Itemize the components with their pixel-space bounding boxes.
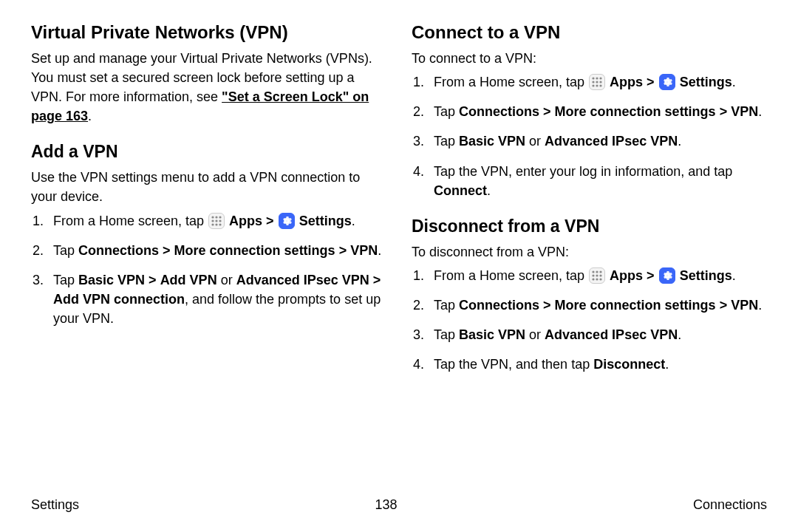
svg-point-5 [219, 219, 221, 222]
apps-icon [589, 267, 605, 284]
svg-point-17 [599, 85, 601, 87]
disconnect-intro: To disconnect from a VPN: [412, 242, 767, 262]
intro-tail: . [88, 109, 92, 123]
list-item: From a Home screen, tap Apps > Settings. [412, 72, 767, 92]
connect-steps: From a Home screen, tap Apps > Settings.… [412, 72, 767, 200]
svg-point-24 [592, 278, 594, 280]
settings-icon [659, 74, 675, 90]
svg-point-18 [592, 270, 594, 273]
svg-point-4 [215, 219, 217, 222]
chevron-icon: > [720, 298, 728, 313]
svg-point-16 [596, 85, 598, 87]
svg-point-10 [596, 78, 598, 80]
chevron-icon: > [543, 104, 551, 119]
settings-label: Settings [680, 268, 732, 283]
svg-point-6 [211, 223, 214, 225]
heading-vpn: Virtual Private Networks (VPN) [31, 22, 386, 43]
svg-point-7 [215, 223, 217, 225]
chevron-icon: > [163, 243, 171, 258]
svg-point-12 [592, 81, 594, 83]
disconnect-steps: From a Home screen, tap Apps > Settings.… [412, 266, 767, 375]
svg-point-20 [599, 270, 601, 273]
list-item: Tap the VPN, and then tap Disconnect. [412, 355, 767, 374]
connect-intro: To connect to a VPN: [412, 49, 767, 68]
settings-label: Settings [680, 75, 732, 89]
add-vpn-desc: Use the VPN settings menu to add a VPN c… [31, 168, 386, 206]
svg-point-8 [219, 223, 221, 225]
apps-label: Apps [229, 214, 262, 228]
svg-point-15 [592, 85, 594, 87]
list-item: Tap Connections > More connection settin… [31, 241, 386, 260]
svg-point-25 [596, 278, 598, 280]
chevron-icon: > [373, 273, 381, 287]
heading-disconnect-vpn: Disconnect from a VPN [412, 216, 767, 236]
svg-point-22 [596, 274, 598, 276]
chevron-icon: > [647, 268, 655, 283]
apps-label: Apps [610, 75, 643, 89]
add-vpn-steps: From a Home screen, tap Apps > Settings.… [31, 211, 386, 329]
svg-point-26 [599, 278, 601, 280]
chevron-icon: > [720, 104, 728, 119]
intro-paragraph: Set up and manage your Virtual Private N… [31, 49, 386, 126]
apps-label: Apps [610, 268, 643, 283]
chevron-icon: > [543, 298, 551, 313]
footer-page-number: 138 [375, 497, 397, 513]
svg-point-19 [596, 270, 598, 273]
footer-left: Settings [31, 497, 79, 513]
chevron-icon: > [266, 214, 274, 228]
list-item: From a Home screen, tap Apps > Settings. [31, 211, 386, 231]
list-item: Tap Connections > More connection settin… [412, 296, 767, 315]
apps-icon [208, 213, 225, 229]
svg-point-11 [599, 78, 601, 80]
heading-connect-vpn: Connect to a VPN [412, 22, 767, 43]
settings-icon [279, 213, 295, 229]
chevron-icon: > [339, 243, 347, 258]
list-item: Tap the VPN, enter your log in informati… [412, 162, 767, 200]
settings-label: Settings [299, 214, 352, 228]
list-item: From a Home screen, tap Apps > Settings. [412, 266, 767, 285]
footer-right: Connections [693, 497, 767, 513]
list-item: Tap Connections > More connection settin… [412, 102, 767, 121]
svg-point-21 [592, 274, 594, 276]
svg-point-1 [215, 216, 217, 218]
svg-point-9 [592, 78, 594, 80]
chevron-icon: > [647, 75, 655, 89]
svg-point-23 [599, 274, 601, 276]
left-column: Virtual Private Networks (VPN) Set up an… [31, 22, 386, 384]
svg-point-13 [596, 81, 598, 83]
svg-point-2 [219, 216, 221, 218]
page-footer: Settings 138 Connections [31, 497, 767, 513]
chevron-icon: > [149, 273, 157, 287]
list-item: Tap Basic VPN or Advanced IPsec VPN. [412, 325, 767, 344]
settings-icon [659, 267, 675, 284]
right-column: Connect to a VPN To connect to a VPN: Fr… [412, 22, 767, 384]
apps-icon [589, 74, 605, 90]
list-item: Tap Basic VPN > Add VPN or Advanced IPse… [31, 270, 386, 328]
svg-point-0 [211, 216, 214, 218]
svg-point-14 [599, 81, 601, 83]
list-item: Tap Basic VPN or Advanced IPsec VPN. [412, 132, 767, 151]
svg-point-3 [211, 219, 214, 222]
heading-add-vpn: Add a VPN [31, 142, 386, 162]
